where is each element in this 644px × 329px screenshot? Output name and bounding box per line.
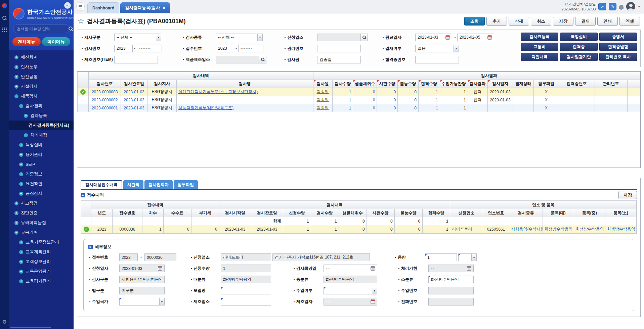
cell-link-complete_date[interactable]: 2023-01-03 — [124, 90, 144, 94]
sidebar-scrollbar[interactable] — [10, 327, 51, 328]
col-header-biz[interactable]: 신청업소 — [450, 209, 483, 217]
col-header-apply_qty[interactable]: 신청수량 — [283, 209, 311, 217]
col-header-inspector[interactable]: 검사원 — [313, 80, 332, 88]
calendar-icon[interactable] — [467, 266, 471, 271]
sidebar-item[interactable]: −제품검사 — [9, 91, 74, 101]
cell-link-attach[interactable]: X — [545, 106, 548, 110]
expand-plus-icon[interactable]: + — [14, 75, 18, 79]
expand-plus-icon[interactable]: + — [19, 143, 23, 147]
tab-attachments[interactable]: 첨부파일 — [174, 180, 198, 189]
sidebar-item[interactable]: +교육계획관리 — [9, 247, 74, 257]
collapse-minus-icon[interactable]: − — [14, 231, 18, 235]
col-header-recv_no[interactable]: 접수번호 — [113, 209, 142, 217]
approve-button[interactable]: 결재 — [575, 17, 596, 26]
pass-cert-button[interactable]: 합격증 — [560, 43, 598, 51]
calendar-icon[interactable] — [371, 299, 375, 304]
input-model-name[interactable] — [221, 287, 271, 294]
approval-select[interactable]: 없음 ▾ — [415, 45, 459, 52]
cell-link-name[interactable]: 성능검정기록부(내압방폭구조) — [178, 105, 233, 110]
expand-plus-icon[interactable]: + — [19, 172, 23, 176]
expand-plus-icon[interactable]: + — [19, 270, 23, 274]
row-select-cell[interactable] — [78, 104, 89, 112]
tab-inspection-result[interactable]: 검사결과등록(검사× — [120, 2, 170, 13]
applicant-input[interactable] — [317, 34, 361, 41]
notification-bell-icon[interactable] — [619, 5, 624, 9]
sidebar-item[interactable]: +SEIP — [9, 159, 74, 169]
col-header-attach[interactable]: 첨부파일 — [534, 80, 559, 88]
input-category-medium[interactable]: 화생방수탁용역 — [324, 276, 377, 283]
collapse-minus-icon[interactable]: − — [24, 114, 28, 118]
col-header-complete_date[interactable]: 검사완료일 — [121, 80, 147, 88]
sidebar-item[interactable]: +처리대장 — [9, 130, 74, 140]
sidebar-item[interactable]: +요건확인 — [9, 179, 74, 189]
search-button[interactable]: 조회 — [464, 17, 485, 26]
expand-plus-icon[interactable]: + — [14, 65, 18, 69]
row-select-cell[interactable]: ✓ — [78, 88, 89, 96]
col-header-approval[interactable]: 결재상태 — [513, 80, 534, 88]
input-inspection-type[interactable]: 시험용역/수탁시험용역 — [119, 276, 165, 283]
input-applicant-business[interactable]: 라이프트리 — [221, 253, 271, 261]
input-deadline[interactable]: - - — [428, 265, 474, 272]
cell-link-piece[interactable]: 0 — [394, 106, 396, 110]
tab-receipt-detail[interactable]: 검사대상접수내역 — [81, 180, 122, 189]
copy-mgmt-no-button[interactable]: 관리번호 복사 — [599, 53, 637, 61]
expand-plus-icon[interactable]: + — [19, 153, 23, 157]
menu-search-box[interactable] — [13, 24, 70, 33]
input-law-type[interactable]: 미구분 — [119, 287, 165, 294]
col-header-branch[interactable]: 검사지사 — [147, 80, 177, 88]
sidebar-item[interactable]: +교육평가관리 — [9, 276, 74, 286]
expand-plus-icon[interactable]: + — [14, 221, 18, 225]
sidebar-item[interactable]: +기준정보 — [9, 169, 74, 179]
inspection-no-year-input[interactable] — [114, 45, 133, 52]
edit-icon[interactable]: ✎ — [609, 3, 616, 10]
close-icon[interactable]: × — [163, 5, 165, 10]
expand-plus-icon[interactable]: + — [14, 211, 18, 215]
sidebar-item[interactable]: −교육기획 — [9, 228, 74, 237]
calendar-icon[interactable] — [371, 266, 375, 271]
input-category-small[interactable]: 화생방수탁용역 — [428, 276, 474, 283]
receipt-no-year-input[interactable] — [216, 45, 234, 52]
col-header-fee[interactable]: 수수료 — [163, 209, 191, 217]
expand-plus-icon[interactable]: + — [19, 162, 23, 167]
input-category-large[interactable]: 화생방수탁용역 — [221, 276, 271, 283]
input-manufacturer[interactable] — [221, 298, 271, 306]
col-header-vat[interactable]: 부가세 — [191, 209, 219, 217]
product-maker-input[interactable] — [216, 56, 259, 63]
menu-toggle-button[interactable] — [76, 2, 85, 11]
table-row[interactable]: 2023-00000012023-01-03ESG경영처성능검정기록부(내압방폭… — [78, 104, 641, 112]
all-menu-button[interactable]: 전체메뉴 — [12, 37, 41, 46]
select-import-country[interactable]: ▾ — [119, 298, 165, 306]
batch-draft-button[interactable]: 검사일괄기안 — [560, 53, 598, 61]
col-header-piece[interactable]: 시편수량 — [367, 209, 394, 217]
sidebar-item[interactable]: −결과등록 — [9, 111, 74, 121]
branch-select[interactable]: -- 전체 -- ▾ — [114, 34, 161, 41]
sidebar-item[interactable]: +용기관리 — [9, 150, 74, 159]
expand-plus-icon[interactable]: + — [14, 201, 18, 205]
cell-link-piece[interactable]: 0 — [394, 90, 396, 94]
cell-link-insp_no[interactable]: 2023-0000002 — [92, 98, 118, 102]
sidebar-item[interactable]: +인사노무 — [9, 62, 74, 72]
row-select-cell[interactable]: ✓ — [81, 225, 91, 233]
col-header-name[interactable]: 검사명 — [177, 80, 313, 88]
input-capacity[interactable]: 1 — [425, 253, 457, 261]
sidebar-item[interactable]: +안전공통 — [9, 72, 74, 82]
cell-link-pass[interactable]: 1 — [436, 98, 438, 102]
expand-plus-icon[interactable]: + — [19, 192, 23, 196]
my-menu-button[interactable]: 마이메뉴 — [42, 37, 70, 46]
col-header-order[interactable]: 차수 — [142, 209, 164, 217]
cell-link-inspector[interactable]: 김종일 — [317, 97, 329, 102]
sidebar-item[interactable]: +예산회계 — [9, 52, 74, 62]
cell-link-sample[interactable]: 0 — [373, 106, 375, 110]
tab-dashboard[interactable]: Dashboard — [87, 2, 119, 13]
cell-link-inspector[interactable]: 김종일 — [317, 105, 329, 110]
select-capacity[interactable]: ▾ — [458, 253, 477, 261]
chevron-down-icon[interactable]: ▾ — [638, 4, 640, 9]
sidebar-item[interactable]: +공장심사 — [9, 189, 74, 198]
sidebar-item[interactable]: +교육운영관리 — [9, 267, 74, 276]
sidebar-item[interactable]: +유해화학물질 — [9, 218, 74, 228]
cell-link-insp_no[interactable]: 2023-0000001 — [92, 106, 118, 110]
col-header-item_s[interactable]: 품목(소) — [605, 209, 636, 217]
cell-link-fail[interactable]: 0 — [414, 98, 417, 102]
inspection-sheet-register-button[interactable]: 검사표등록 — [521, 33, 558, 41]
col-header-fail[interactable]: 불능수량 — [398, 80, 419, 88]
